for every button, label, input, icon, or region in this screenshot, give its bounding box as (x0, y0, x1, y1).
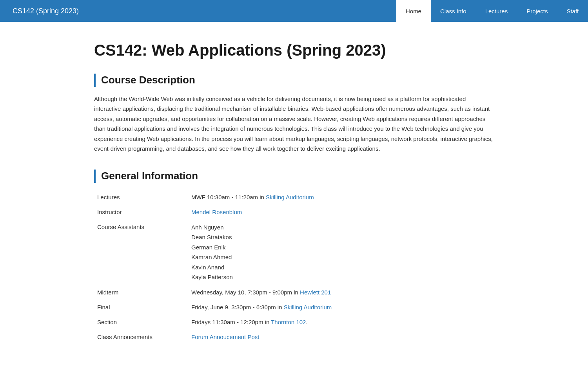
table-row: Final Friday, June 9, 3:30pm - 6:30pm in… (94, 300, 494, 315)
main-content: CS142: Web Applications (Spring 2023) Co… (78, 22, 510, 368)
assistant-4: Kamran Ahmed (191, 252, 491, 262)
general-info-table: Lectures MWF 10:30am - 11:20am in Skilli… (94, 190, 494, 345)
skilling-auditorium-link-lectures[interactable]: Skilling Auditorium (266, 194, 314, 200)
table-row: Course Assistants Anh Nguyen Dean Strata… (94, 220, 494, 285)
nav-link-class-info[interactable]: Class Info (431, 0, 476, 22)
assistant-2: Dean Stratakos (191, 232, 491, 242)
course-description-section: Course Description Although the World-Wi… (94, 74, 494, 154)
table-row: Instructor Mendel Rosenblum (94, 205, 494, 220)
row-label-assistants: Course Assistants (94, 220, 188, 285)
nav-link-projects[interactable]: Projects (517, 0, 557, 22)
row-value-instructor: Mendel Rosenblum (188, 205, 494, 220)
general-information-section: General Information Lectures MWF 10:30am… (94, 170, 494, 345)
assistant-5: Kavin Anand (191, 262, 491, 273)
thornton-102-link[interactable]: Thornton 102 (271, 319, 306, 325)
row-value-lectures: MWF 10:30am - 11:20am in Skilling Audito… (188, 190, 494, 205)
table-row: Class Annoucements Forum Annoucement Pos… (94, 330, 494, 345)
row-label-final: Final (94, 300, 188, 315)
table-row: Lectures MWF 10:30am - 11:20am in Skilli… (94, 190, 494, 205)
row-value-final: Friday, June 9, 3:30pm - 6:30pm in Skill… (188, 300, 494, 315)
nav-link-staff[interactable]: Staff (557, 0, 588, 22)
assistant-6: Kayla Patterson (191, 272, 491, 282)
general-information-heading: General Information (94, 170, 494, 183)
nav-link-home[interactable]: Home (396, 0, 431, 22)
row-value-midterm: Wednesday, May 10, 7:30pm - 9:00pm in He… (188, 285, 494, 300)
page-title: CS142: Web Applications (Spring 2023) (94, 41, 494, 60)
assistants-list: Anh Nguyen Dean Stratakos German Enik Ka… (191, 222, 491, 282)
nav-link-lectures[interactable]: Lectures (476, 0, 517, 22)
forum-announcement-link[interactable]: Forum Annoucement Post (191, 334, 259, 340)
skilling-auditorium-link-final[interactable]: Skilling Auditorium (284, 304, 332, 310)
row-label-midterm: Midterm (94, 285, 188, 300)
assistant-1: Anh Nguyen (191, 222, 491, 233)
course-description-text: Although the World-Wide Web was initiall… (94, 94, 494, 154)
row-label-lectures: Lectures (94, 190, 188, 205)
row-value-section: Fridays 11:30am - 12:20pm in Thornton 10… (188, 315, 494, 330)
assistant-3: German Enik (191, 242, 491, 253)
row-label-announcements: Class Annoucements (94, 330, 188, 345)
course-description-heading: Course Description (94, 74, 494, 87)
nav-brand: CS142 (Spring 2023) (0, 0, 396, 22)
table-row: Section Fridays 11:30am - 12:20pm in Tho… (94, 315, 494, 330)
navbar: CS142 (Spring 2023) Home Class Info Lect… (0, 0, 588, 22)
row-value-announcements: Forum Annoucement Post (188, 330, 494, 345)
nav-links: Home Class Info Lectures Projects Staff (396, 0, 588, 22)
row-label-instructor: Instructor (94, 205, 188, 220)
row-value-assistants: Anh Nguyen Dean Stratakos German Enik Ka… (188, 220, 494, 285)
instructor-link[interactable]: Mendel Rosenblum (191, 209, 242, 215)
row-label-section: Section (94, 315, 188, 330)
table-row: Midterm Wednesday, May 10, 7:30pm - 9:00… (94, 285, 494, 300)
hewlett-201-link[interactable]: Hewlett 201 (300, 289, 331, 296)
